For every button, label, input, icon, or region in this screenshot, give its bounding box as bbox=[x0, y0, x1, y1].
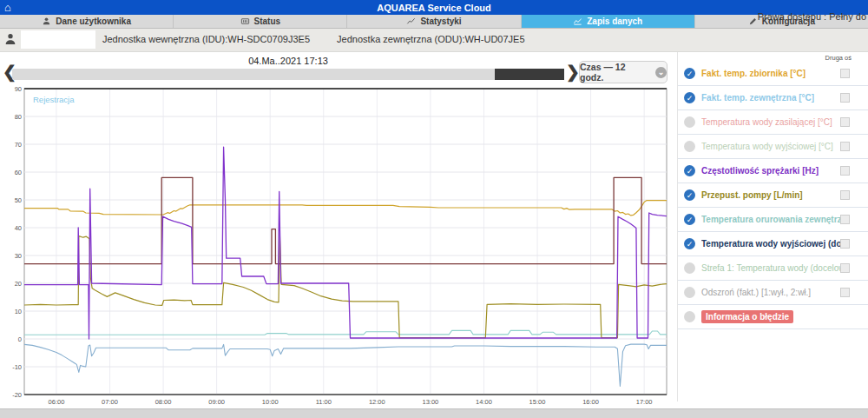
tab-statystyki[interactable]: Statystyki bbox=[347, 15, 521, 28]
second-axis-checkbox[interactable] bbox=[840, 190, 850, 200]
second-axis-checkbox[interactable] bbox=[840, 263, 850, 273]
series-label: Temperatura wody wyjściowej [°C] bbox=[701, 142, 833, 151]
series-toggle-row[interactable]: ✓Częstotliwość sprężarki [Hz] bbox=[678, 159, 868, 183]
tab-zapis-danych[interactable]: Zapis danych bbox=[522, 15, 695, 28]
data-log-chart: 9080706050403020100-10-2006:0007:0008:00… bbox=[0, 82, 675, 414]
svg-text:09:00: 09:00 bbox=[208, 398, 225, 406]
series-toggle-row[interactable]: ✓Fakt. temp. zewnętrzna [°C] bbox=[678, 86, 868, 110]
series-list: ✓Fakt. temp. zbiornika [°C]✓Fakt. temp. … bbox=[678, 62, 868, 329]
statistics-icon bbox=[406, 17, 416, 26]
second-axis-checkbox[interactable] bbox=[840, 239, 850, 249]
series-toggle-row[interactable]: ✓Temperatura orurowania zewnętrznego [°.… bbox=[678, 208, 868, 232]
svg-text:06:00: 06:00 bbox=[49, 398, 65, 406]
series-label: Temperatura orurowania zewnętrznego [°..… bbox=[701, 215, 840, 224]
svg-text:0: 0 bbox=[18, 335, 22, 343]
svg-text:17:00: 17:00 bbox=[636, 398, 653, 406]
bottom-scroll-strip[interactable] bbox=[0, 408, 868, 418]
svg-text:11:00: 11:00 bbox=[316, 398, 332, 406]
tab-dane-uzytkownika[interactable]: Dane użytkownika bbox=[0, 15, 174, 28]
time-scrollbar-thumb[interactable] bbox=[495, 69, 564, 80]
checked-circle-icon[interactable]: ✓ bbox=[684, 238, 695, 249]
svg-text:20: 20 bbox=[15, 280, 22, 288]
unchecked-circle-icon[interactable] bbox=[684, 287, 695, 298]
svg-text:08:00: 08:00 bbox=[155, 398, 172, 406]
config-pencil-icon bbox=[748, 17, 758, 26]
second-axis-checkbox[interactable] bbox=[840, 215, 850, 224]
unchecked-circle-icon[interactable] bbox=[684, 311, 695, 322]
svg-text:90: 90 bbox=[15, 85, 22, 93]
svg-text:80: 80 bbox=[15, 113, 22, 121]
series-toggle-row[interactable]: Odszroń (fakt.) [1:wył., 2:wł.] bbox=[678, 281, 868, 305]
svg-text:14:00: 14:00 bbox=[476, 398, 492, 406]
svg-text:30: 30 bbox=[15, 252, 22, 260]
svg-text:16:00: 16:00 bbox=[582, 398, 599, 406]
series-label: Częstotliwość sprężarki [Hz] bbox=[701, 166, 819, 176]
series-toggle-row[interactable]: ✓Temperatura wody wyjściowej (docelowa).… bbox=[678, 232, 868, 256]
time-range-dropdown[interactable]: Czas — 12 godz. ⌄ bbox=[579, 61, 667, 83]
series-panel: Druga oś ✓Fakt. temp. zbiornika [°C]✓Fak… bbox=[677, 52, 868, 401]
access-rights-label: Prawa dostępu : Pełny do bbox=[758, 11, 866, 22]
outdoor-unit-label: Jednostka zewnętrzna (ODU):WH-UD07JE5 bbox=[337, 34, 524, 44]
status-icon bbox=[240, 17, 250, 26]
tab-bar: Dane użytkownika Status Statystyki Zapis… bbox=[0, 15, 868, 29]
second-axis-checkbox[interactable] bbox=[840, 93, 850, 103]
svg-text:-10: -10 bbox=[12, 363, 22, 371]
checked-circle-icon[interactable]: ✓ bbox=[684, 92, 695, 103]
svg-text:13:00: 13:00 bbox=[422, 398, 438, 406]
series-label: Strefa 1: Temperatura wody (docelowa) [°… bbox=[701, 263, 840, 273]
series-toggle-row[interactable]: ✓Fakt. temp. zbiornika [°C] bbox=[678, 62, 868, 86]
unchecked-circle-icon[interactable] bbox=[684, 262, 695, 274]
chart-title: Rejestracja bbox=[33, 95, 75, 104]
operator-name-redacted bbox=[21, 30, 95, 49]
error-info-label: Informacja o błędzie bbox=[701, 310, 793, 323]
svg-text:50: 50 bbox=[15, 196, 22, 204]
svg-text:70: 70 bbox=[15, 141, 22, 149]
app-title: AQUAREA Service Cloud bbox=[0, 3, 868, 13]
second-axis-header: Druga oś bbox=[825, 54, 852, 62]
tab-label: Zapis danych bbox=[587, 17, 642, 26]
checked-circle-icon[interactable]: ✓ bbox=[684, 214, 695, 225]
data-log-icon bbox=[573, 17, 582, 26]
series-toggle-row[interactable]: Strefa 1: Temperatura wody (docelowa) [°… bbox=[678, 256, 868, 281]
unchecked-circle-icon[interactable] bbox=[684, 116, 695, 128]
svg-text:07:00: 07:00 bbox=[102, 398, 118, 406]
unit-info-bar: Jednostka wewnętrzna (IDU):WH-SDC0709J3E… bbox=[0, 29, 868, 52]
tab-label: Statystyki bbox=[420, 17, 461, 26]
series-label: Fakt. temp. zewnętrzna [°C] bbox=[701, 93, 814, 103]
indoor-unit-label: Jednostka wewnętrzna (IDU):WH-SDC0709J3E… bbox=[102, 34, 310, 44]
series-label: Fakt. temp. zbiornika [°C] bbox=[701, 69, 806, 78]
second-axis-checkbox[interactable] bbox=[840, 142, 850, 151]
checked-circle-icon[interactable]: ✓ bbox=[684, 189, 695, 201]
second-axis-checkbox[interactable] bbox=[840, 288, 850, 297]
svg-text:10: 10 bbox=[15, 308, 22, 315]
series-toggle-row[interactable]: Temperatura wody wyjściowej [°C] bbox=[678, 135, 868, 159]
current-datetime-label: 04.Ma..2021 17:13 bbox=[115, 56, 462, 66]
unchecked-circle-icon[interactable] bbox=[684, 141, 695, 152]
time-scrollbar-track[interactable] bbox=[12, 69, 564, 80]
series-toggle-row[interactable]: Temperatura wody zasilającej [°C] bbox=[678, 110, 868, 135]
svg-text:15:00: 15:00 bbox=[529, 398, 546, 406]
series-toggle-row[interactable]: Informacja o błędzie bbox=[678, 305, 868, 329]
checked-circle-icon[interactable]: ✓ bbox=[684, 165, 695, 176]
series-label: Temperatura wody zasilającej [°C] bbox=[701, 117, 832, 127]
svg-text:12:00: 12:00 bbox=[369, 398, 385, 406]
tab-label: Dane użytkownika bbox=[56, 17, 131, 26]
tab-status[interactable]: Status bbox=[174, 15, 347, 28]
title-bar: ⌂ AQUAREA Service Cloud bbox=[0, 0, 868, 15]
svg-text:40: 40 bbox=[15, 224, 22, 232]
time-range-label: Czas — 12 godz. bbox=[580, 62, 651, 83]
series-label: Odszroń (fakt.) [1:wył., 2:wł.] bbox=[701, 288, 811, 297]
second-axis-checkbox[interactable] bbox=[840, 69, 850, 78]
second-axis-checkbox[interactable] bbox=[840, 117, 850, 127]
series-label: Przepust. pompy [L/min] bbox=[701, 190, 803, 200]
tab-label: Status bbox=[254, 17, 281, 26]
series-toggle-row[interactable]: ✓Przepust. pompy [L/min] bbox=[678, 183, 868, 208]
second-axis-checkbox[interactable] bbox=[840, 166, 850, 176]
svg-text:-20: -20 bbox=[12, 391, 22, 399]
checked-circle-icon[interactable]: ✓ bbox=[684, 68, 695, 79]
series-label: Temperatura wody wyjściowej (docelowa)..… bbox=[701, 239, 840, 249]
svg-text:10:00: 10:00 bbox=[262, 398, 279, 406]
svg-text:60: 60 bbox=[15, 169, 22, 176]
next-arrow-button[interactable]: ❯ bbox=[566, 63, 580, 82]
chevron-down-icon: ⌄ bbox=[655, 67, 667, 78]
